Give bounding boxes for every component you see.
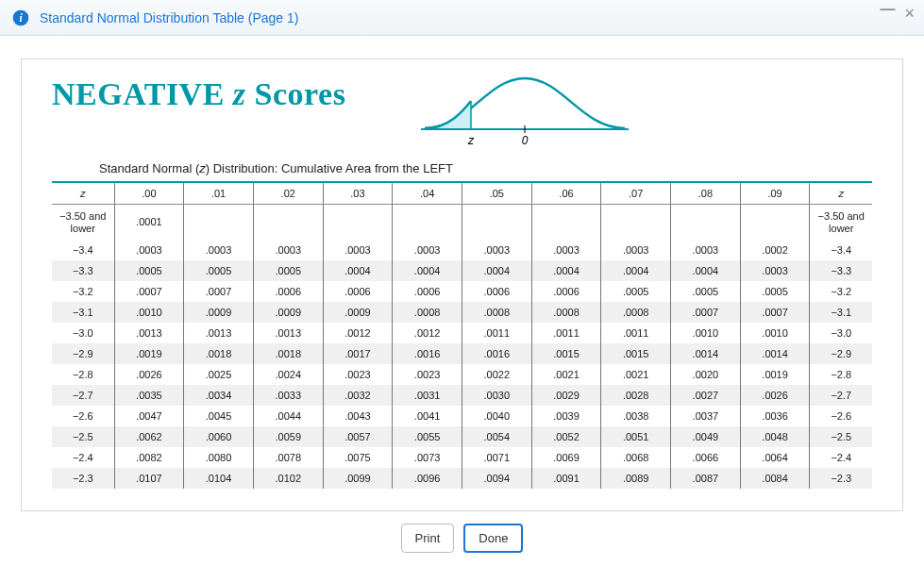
z-label-cell: −3.3 — [52, 260, 114, 281]
z-label-cell: −3.1 — [52, 302, 114, 323]
value-cell: .0082 — [114, 447, 184, 468]
value-cell: .0011 — [462, 323, 531, 343]
value-cell: .0028 — [601, 385, 671, 406]
value-cell: .0003 — [740, 260, 810, 281]
titlebar: i Standard Normal Distribution Table (Pa… — [0, 0, 924, 36]
value-cell: .0087 — [671, 468, 741, 489]
value-cell: .0016 — [393, 343, 462, 364]
z-label-cell: −3.0 — [810, 323, 872, 343]
table-header-cell: .01 — [184, 182, 254, 205]
close-icon[interactable]: × — [904, 4, 915, 24]
z-label-cell: −2.4 — [52, 447, 114, 468]
value-cell — [462, 205, 531, 241]
minimize-icon[interactable]: — — [880, 1, 895, 21]
value-cell: .0013 — [184, 323, 254, 343]
value-cell: .0004 — [601, 260, 671, 281]
value-cell: .0008 — [462, 302, 531, 323]
value-cell: .0005 — [253, 260, 323, 281]
value-cell: .0064 — [740, 447, 810, 468]
table-header-cell: .00 — [114, 182, 184, 205]
value-cell: .0005 — [671, 281, 741, 302]
table-header-cell: .02 — [253, 182, 323, 205]
value-cell: .0006 — [253, 281, 323, 302]
table-row: −2.4.0082.0080.0078.0075.0073.0071.0069.… — [52, 447, 872, 468]
value-cell: .0003 — [462, 240, 531, 260]
value-cell: .0024 — [253, 364, 323, 385]
value-cell: .0009 — [253, 302, 323, 323]
value-cell: .0005 — [740, 281, 810, 302]
z-label-cell: −3.50 andlower — [810, 205, 872, 241]
value-cell: .0051 — [601, 426, 671, 447]
value-cell: .0004 — [671, 260, 741, 281]
window-title: Standard Normal Distribution Table (Page… — [40, 10, 298, 25]
curve-zero-label: 0 — [522, 134, 529, 147]
value-cell: .0019 — [740, 364, 810, 385]
z-label-cell: −3.1 — [810, 302, 872, 323]
value-cell: .0060 — [184, 426, 254, 447]
table-header-cell: .05 — [462, 182, 531, 205]
value-cell — [740, 205, 810, 241]
done-button[interactable]: Done — [463, 524, 523, 553]
table-header-cell: .04 — [393, 182, 462, 205]
value-cell: .0073 — [393, 447, 462, 468]
value-cell: .0015 — [531, 343, 601, 364]
value-cell: .0102 — [253, 468, 323, 489]
value-cell: .0005 — [601, 281, 671, 302]
z-label-cell: −2.8 — [52, 364, 114, 385]
value-cell: .0034 — [184, 385, 254, 406]
value-cell: .0014 — [671, 343, 741, 364]
value-cell: .0045 — [184, 406, 254, 426]
value-cell: .0048 — [740, 426, 810, 447]
value-cell: .0033 — [253, 385, 323, 406]
value-cell: .0029 — [531, 385, 601, 406]
value-cell: .0025 — [184, 364, 254, 385]
value-cell: .0023 — [393, 364, 462, 385]
value-cell: .0013 — [253, 323, 323, 343]
table-header-cell: .07 — [601, 182, 671, 205]
z-label-cell: −2.3 — [810, 468, 872, 489]
value-cell: .0059 — [253, 426, 323, 447]
value-cell: .0104 — [184, 468, 254, 489]
z-label-cell: −2.5 — [810, 426, 872, 447]
table-row: −3.0.0013.0013.0013.0012.0012.0011.0011.… — [52, 323, 872, 343]
z-label-cell: −2.7 — [810, 385, 872, 406]
table-row: −2.8.0026.0025.0024.0023.0023.0022.0021.… — [52, 364, 872, 385]
info-icon: i — [11, 8, 30, 27]
curve-z-label: z — [467, 134, 475, 147]
value-cell: .0011 — [531, 323, 601, 343]
table-row: −3.1.0010.0009.0009.0009.0008.0008.0008.… — [52, 302, 872, 323]
value-cell: .0026 — [740, 385, 810, 406]
value-cell: .0004 — [531, 260, 601, 281]
z-label-cell: −3.4 — [52, 240, 114, 260]
value-cell: .0038 — [601, 406, 671, 426]
value-cell: .0009 — [184, 302, 254, 323]
value-cell — [393, 205, 462, 241]
value-cell: .0006 — [393, 281, 462, 302]
value-cell: .0044 — [253, 406, 323, 426]
z-label-cell: −2.4 — [810, 447, 872, 468]
table-header-cell: .06 — [531, 182, 601, 205]
z-label-cell: −3.0 — [52, 323, 114, 343]
value-cell: .0014 — [740, 343, 810, 364]
z-label-cell: −2.7 — [52, 385, 114, 406]
value-cell: .0007 — [671, 302, 741, 323]
table-row: −2.7.0035.0034.0033.0032.0031.0030.0029.… — [52, 385, 872, 406]
z-label-cell: −2.3 — [52, 468, 114, 489]
z-label-cell: −2.6 — [810, 406, 872, 426]
print-button[interactable]: Print — [401, 524, 455, 553]
z-label-cell: −3.3 — [810, 260, 872, 281]
value-cell — [671, 205, 741, 241]
value-cell: .0031 — [393, 385, 462, 406]
value-cell: .0007 — [184, 281, 254, 302]
value-cell: .0091 — [531, 468, 601, 489]
value-cell: .0057 — [323, 426, 393, 447]
value-cell: .0020 — [671, 364, 741, 385]
table-header-cell: z — [810, 182, 872, 205]
table-row: −3.50 andlower.0001−3.50 andlower — [52, 205, 872, 241]
footer-buttons: Print Done — [0, 524, 924, 553]
value-cell: .0018 — [253, 343, 323, 364]
value-cell: .0035 — [114, 385, 184, 406]
table-header-cell: .03 — [323, 182, 393, 205]
value-cell: .0003 — [323, 240, 393, 260]
value-cell: .0047 — [114, 406, 184, 426]
